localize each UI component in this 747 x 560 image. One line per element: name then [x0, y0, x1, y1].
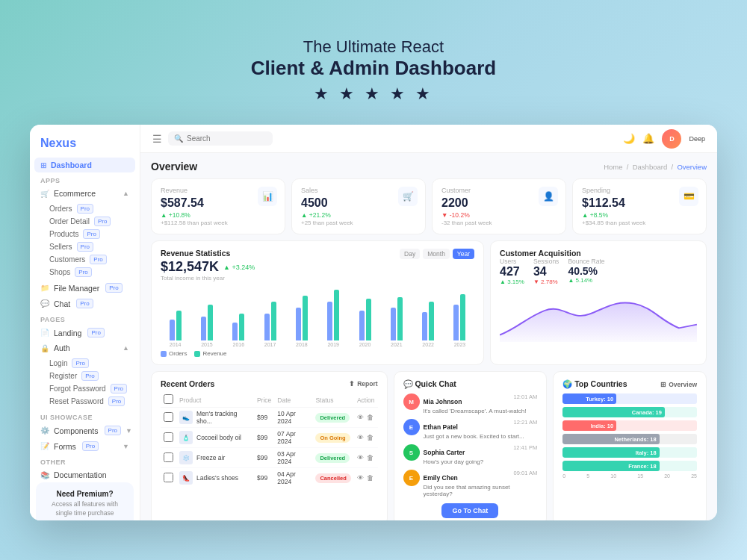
row-checkbox[interactable]	[164, 432, 173, 442]
row-checkbox[interactable]	[164, 412, 173, 422]
acq-users: Users 427 ▲ 3.15%	[500, 258, 524, 285]
moon-icon[interactable]: 🌙	[623, 133, 635, 144]
row-checkbox[interactable]	[164, 473, 173, 482]
revenue-bar	[271, 302, 276, 340]
sidebar-item-products[interactable]: Products Pro	[49, 228, 140, 240]
orders-bar	[422, 312, 427, 340]
orders-bar	[232, 323, 238, 340]
tab-month[interactable]: Month	[423, 249, 450, 259]
sidebar-item-order-detail[interactable]: Order Detail Pro	[49, 215, 140, 228]
orders-bar	[170, 320, 175, 340]
table-row: 🧴Cocoeil body oil $99 07 Apr 2024 On Goi…	[161, 428, 378, 448]
chat-avatar: S	[403, 444, 420, 461]
select-all-checkbox[interactable]	[164, 394, 173, 404]
revenue-bar	[208, 305, 213, 340]
sidebar-item-chat[interactable]: 💬 Chat Pro	[30, 296, 140, 311]
chat-avatar: M	[403, 393, 420, 410]
sidebar-item-shops[interactable]: Shops Pro	[49, 266, 140, 279]
sidebar-item-login[interactable]: Login Pro	[49, 357, 140, 370]
bar-group: 2021	[382, 297, 411, 347]
customer-icon: 👤	[539, 187, 558, 206]
axis: 0 5 10 15 20 25	[562, 473, 697, 479]
topbar: ☰ 🔍 🌙 🔔 D Deep	[140, 125, 717, 153]
sidebar-item-register[interactable]: Register Pro	[49, 370, 140, 382]
quick-chat-card: 💬 Quick Chat M Mia Johnson 12:01 AM It's…	[394, 371, 548, 520]
acquisition-line-chart	[500, 290, 697, 342]
chat-message: E Ethan Patel 12:21 AM Just got a new bo…	[403, 419, 538, 440]
revenue-bar	[429, 302, 434, 340]
bar-label: 2017	[264, 342, 276, 347]
sidebar-item-ecommerce[interactable]: 🛒 Ecommerce ▲	[30, 186, 140, 201]
revenue-bar	[176, 311, 182, 340]
view-icon[interactable]: 👁	[357, 474, 364, 482]
search-box: 🔍	[168, 131, 273, 146]
user-name: Deep	[689, 135, 705, 143]
acq-sessions: Sessions 34 ▼ 2.78%	[533, 258, 560, 285]
bar-group: 2018	[287, 296, 316, 347]
country-row-italy: Italy: 18	[562, 447, 697, 458]
delete-icon[interactable]: 🗑	[367, 474, 374, 482]
acquisition-chart-card: Customer Acquisition Users 427 ▲ 3.15% S…	[490, 240, 707, 365]
sidebar-item-customers[interactable]: Customers Pro	[49, 253, 140, 266]
sidebar-item-forms[interactable]: 📝 Forms Pro ▼	[30, 438, 140, 454]
sidebar-item-reset[interactable]: Reset Password Pro	[49, 395, 140, 408]
sidebar-item-dashboard[interactable]: ⊞ Dashboard	[34, 158, 135, 172]
sidebar-ecommerce-sub: Orders Pro Order Detail Pro Products Pro…	[30, 201, 140, 280]
tab-year[interactable]: Year	[453, 249, 474, 259]
report-action[interactable]: ⬆ Report	[349, 380, 377, 388]
revenue-bar	[334, 290, 339, 340]
country-row-canada: Canada: 19	[562, 407, 697, 417]
premium-box: Need Premium? Access all features with s…	[36, 482, 134, 520]
stat-card-revenue: Revenue $587.54 ▲ +10.8% +$112.58 than p…	[151, 178, 285, 234]
stat-card-spending: Spending $112.54 ▲ +8.5% +$34.85 than pa…	[572, 178, 707, 234]
view-icon[interactable]: 👁	[357, 434, 364, 441]
bar-label: 2022	[422, 342, 434, 347]
avatar[interactable]: D	[662, 129, 681, 149]
dashboard-icon: ⊞	[40, 161, 46, 169]
components-icon: ⚙️	[40, 426, 49, 435]
bar-label: 2018	[296, 342, 308, 347]
bar-label: 2021	[391, 342, 403, 347]
revenue-bar	[303, 296, 308, 340]
delete-icon[interactable]: 🗑	[367, 454, 374, 461]
auth-icon: 🔒	[40, 344, 49, 352]
recent-orders-card: Recent Orders ⬆ Report Product Price	[151, 371, 388, 520]
dashboard-frame: Nexus ⊞ Dashboard Apps 🛒 Ecommerce ▲ Ord…	[30, 125, 717, 520]
orders-table: Product Price Date Status Action 👟Men's …	[161, 393, 378, 488]
sidebar-item-orders[interactable]: Orders Pro	[49, 202, 140, 215]
view-icon[interactable]: 👁	[357, 454, 364, 461]
sidebar-item-documentation[interactable]: 📚 Documentation	[30, 467, 140, 482]
stats-row: Revenue $587.54 ▲ +10.8% +$112.58 than p…	[151, 178, 707, 234]
sidebar-section-other: Other	[30, 454, 140, 467]
sidebar-item-file-manager[interactable]: 📁 File Manager Pro	[30, 280, 140, 296]
overview-action[interactable]: ⊞ Overview	[660, 381, 697, 388]
orders-bar	[453, 305, 459, 340]
tab-day[interactable]: Day	[400, 249, 420, 259]
menu-icon[interactable]: ☰	[152, 133, 162, 145]
bar-label: 2019	[327, 342, 339, 347]
revenue-bar	[460, 294, 465, 340]
row-checkbox[interactable]	[164, 452, 173, 462]
hero-line2: Client & Admin Dashboard	[251, 57, 496, 80]
orders-bar	[296, 308, 301, 340]
search-input[interactable]	[187, 134, 261, 143]
orders-bar	[201, 317, 206, 340]
delete-icon[interactable]: 🗑	[367, 434, 374, 441]
bar-label: 2023	[454, 342, 466, 347]
hero-line1: The Ultimate React	[251, 37, 496, 57]
delete-icon[interactable]: 🗑	[367, 414, 374, 421]
orders-bar	[327, 302, 332, 340]
table-row: 👠Ladies's shoes $99 04 Apr 2024 Cancelle…	[161, 468, 378, 488]
sidebar-item-landing[interactable]: 📄 Landing Pro	[30, 325, 140, 340]
status-badge: Delivered	[315, 413, 350, 423]
sidebar-item-auth[interactable]: 🔒 Auth ▲	[30, 340, 140, 355]
view-icon[interactable]: 👁	[357, 414, 364, 421]
bar-group: 2020	[350, 299, 379, 347]
country-row-india: India: 10	[562, 420, 697, 431]
sidebar-item-sellers[interactable]: Sellers Pro	[49, 240, 140, 253]
revenue-chart-card: Revenue Statistics $12,547K ▲ +3.24% Tot…	[151, 240, 484, 365]
bell-icon[interactable]: 🔔	[642, 133, 654, 144]
go-to-chat-button[interactable]: Go To Chat	[441, 503, 498, 518]
sidebar-item-forgot[interactable]: Forgot Password Pro	[49, 382, 140, 395]
sidebar-item-components[interactable]: ⚙️ Components Pro ▼	[30, 423, 140, 438]
